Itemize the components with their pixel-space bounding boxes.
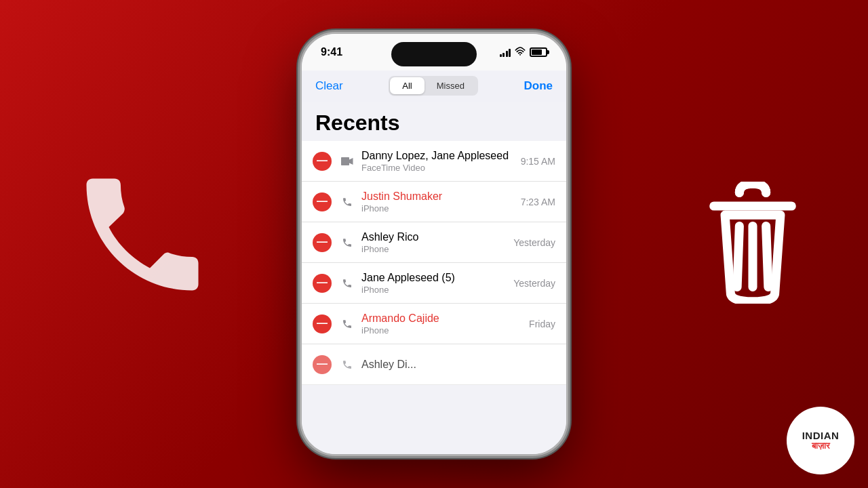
call-item[interactable]: Armando Cajide iPhone Friday <box>302 304 566 344</box>
status-time: 9:41 <box>321 46 342 58</box>
call-time: 7:23 AM <box>521 197 555 207</box>
facetime-video-icon <box>340 154 355 169</box>
clear-button[interactable]: Clear <box>315 79 343 93</box>
phone-call-icon <box>340 235 355 250</box>
phone-frame: 9:41 Clear All <box>302 34 566 454</box>
call-time: Friday <box>529 319 555 329</box>
watermark-logo: INDIAN बाज़ार <box>787 407 854 474</box>
call-time: Yesterday <box>513 237 555 248</box>
call-info: Justin Shumaker iPhone <box>361 190 521 214</box>
svg-line-3 <box>766 226 768 287</box>
call-subtext: iPhone <box>361 325 529 336</box>
phone-call-icon <box>340 276 355 291</box>
call-info: Danny Lopez, Jane Appleseed FaceTime Vid… <box>361 150 521 173</box>
recents-title: Recents <box>302 102 566 141</box>
call-item[interactable]: Jane Appleseed (5) iPhone Yesterday <box>302 263 566 304</box>
svg-point-4 <box>519 54 521 55</box>
call-name: Ashley Di... <box>361 359 555 371</box>
call-subtext: iPhone <box>361 203 521 214</box>
call-item[interactable]: Justin Shumaker iPhone 7:23 AM <box>302 182 566 222</box>
status-bar: 9:41 <box>302 34 566 70</box>
signal-bars-icon <box>500 47 511 57</box>
call-item[interactable]: Ashley Rico iPhone Yesterday <box>302 222 566 263</box>
call-list: Danny Lopez, Jane Appleseed FaceTime Vid… <box>302 141 566 385</box>
call-info: Armando Cajide iPhone <box>361 312 529 336</box>
nav-bar: Clear All Missed Done <box>302 70 566 102</box>
call-info: Jane Appleseed (5) iPhone <box>361 272 513 295</box>
call-name: Justin Shumaker <box>361 190 521 203</box>
phone-content: Clear All Missed Done Recents <box>302 70 566 454</box>
done-button[interactable]: Done <box>524 79 553 93</box>
watermark-line1: INDIAN <box>802 430 840 442</box>
dynamic-island <box>391 42 477 66</box>
wifi-icon <box>515 47 526 58</box>
call-item[interactable]: Danny Lopez, Jane Appleseed FaceTime Vid… <box>302 141 566 182</box>
svg-line-2 <box>737 226 739 287</box>
watermark-line2: बाज़ार <box>812 441 830 451</box>
phone-call-icon <box>340 357 355 372</box>
call-subtext: iPhone <box>361 285 513 295</box>
segment-all-button[interactable]: All <box>390 77 424 94</box>
delete-button[interactable] <box>313 355 332 374</box>
trash-icon-decoration <box>692 182 814 306</box>
status-icons <box>500 47 548 58</box>
call-name: Jane Appleseed (5) <box>361 272 513 284</box>
call-name: Armando Cajide <box>361 312 529 325</box>
call-info: Ashley Di... <box>361 359 555 371</box>
delete-button[interactable] <box>313 233 332 252</box>
call-time: Yesterday <box>513 278 555 289</box>
phone-missed-icon <box>340 195 355 209</box>
battery-icon <box>530 47 547 57</box>
segment-missed-button[interactable]: Missed <box>425 77 477 94</box>
phone-missed-icon <box>340 317 355 331</box>
call-info: Ashley Rico iPhone <box>361 231 513 254</box>
call-name: Ashley Rico <box>361 231 513 243</box>
delete-button[interactable] <box>313 274 332 293</box>
delete-button[interactable] <box>313 314 332 333</box>
phone-icon-decoration <box>68 160 217 328</box>
call-time: 9:15 AM <box>521 156 555 167</box>
call-name: Danny Lopez, Jane Appleseed <box>361 150 521 162</box>
call-subtext: FaceTime Video <box>361 163 521 173</box>
call-item[interactable]: Ashley Di... <box>302 344 566 385</box>
delete-button[interactable] <box>313 192 332 211</box>
segment-control[interactable]: All Missed <box>389 76 478 96</box>
delete-button[interactable] <box>313 152 332 171</box>
call-subtext: iPhone <box>361 244 513 254</box>
